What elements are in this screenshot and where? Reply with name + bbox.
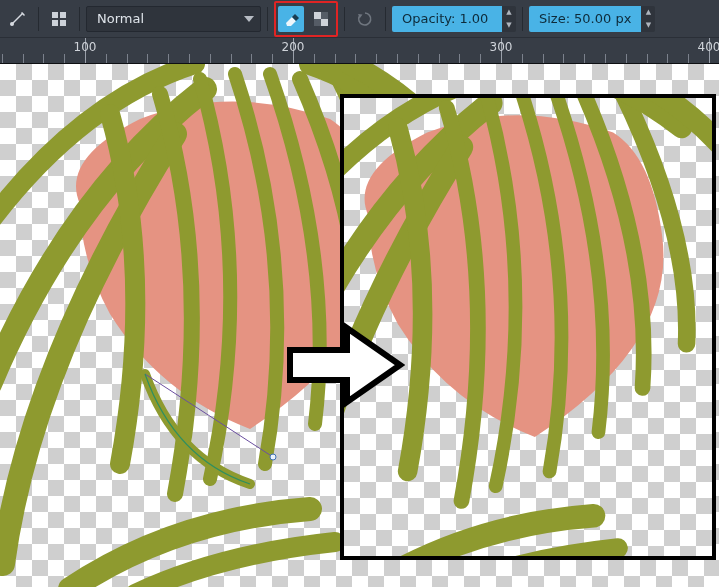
ruler-tick-minor [647, 54, 648, 64]
ruler-tick-minor [168, 54, 169, 64]
ruler-tick-minor [480, 54, 481, 64]
ruler-tick-minor [147, 54, 148, 64]
ruler-tick-minor [605, 54, 606, 64]
ruler-tick-minor [626, 54, 627, 64]
ruler-tick-minor [210, 54, 211, 64]
grid-icon[interactable] [45, 5, 73, 33]
ruler-tick-minor [272, 54, 273, 64]
ruler-tick-minor [127, 54, 128, 64]
opacity-value: 1.00 [459, 11, 488, 26]
ruler-tick-label: 200 [282, 40, 305, 54]
ruler-tick-minor [688, 54, 689, 64]
ruler-tick-label: 400 [698, 40, 719, 54]
ruler-tick-minor [2, 54, 3, 64]
svg-rect-7 [321, 12, 328, 19]
ruler-tick-minor [189, 54, 190, 64]
ruler-tick-minor [439, 54, 440, 64]
ruler-tick-label: 100 [74, 40, 97, 54]
chevron-up-icon[interactable]: ▲ [641, 6, 655, 19]
separator [385, 7, 386, 31]
eraser-highlight [274, 1, 338, 37]
svg-rect-8 [314, 19, 321, 26]
ruler-tick-minor [397, 54, 398, 64]
ruler-tick-minor [418, 54, 419, 64]
blend-mode-value: Normal [97, 11, 144, 26]
separator [344, 7, 345, 31]
separator [38, 7, 39, 31]
svg-rect-3 [52, 20, 58, 26]
svg-rect-1 [52, 12, 58, 18]
ruler-tick-minor [231, 54, 232, 64]
ruler-tick-minor [459, 54, 460, 64]
separator [522, 7, 523, 31]
ruler-tick-minor [314, 54, 315, 64]
opacity-field[interactable]: Opacity: 1.00 ▲ ▼ [392, 6, 516, 32]
eraser-mode-button[interactable] [278, 6, 304, 32]
opacity-label: Opacity: [402, 11, 455, 26]
ruler-tick-minor [335, 54, 336, 64]
svg-rect-4 [60, 20, 66, 26]
arrow-icon [285, 322, 405, 408]
size-stepper[interactable]: ▲ ▼ [641, 6, 655, 32]
chevron-down-icon[interactable]: ▼ [502, 19, 516, 32]
ruler-tick-minor [667, 54, 668, 64]
svg-rect-5 [314, 12, 321, 19]
ruler-tick-minor [64, 54, 65, 64]
ruler-tick-minor [543, 54, 544, 64]
separator [79, 7, 80, 31]
ruler-tick-minor [376, 54, 377, 64]
ruler-tick-minor [43, 54, 44, 64]
ruler-tick-minor [106, 54, 107, 64]
alpha-lock-icon[interactable] [308, 6, 334, 32]
chevron-up-icon[interactable]: ▲ [502, 6, 516, 19]
reload-icon[interactable] [351, 5, 379, 33]
canvas-area[interactable] [0, 64, 719, 587]
size-field[interactable]: Size: 50.00 px ▲ ▼ [529, 6, 655, 32]
horizontal-ruler: 100200300400 [0, 38, 719, 64]
ruler-tick-minor [251, 54, 252, 64]
svg-rect-2 [60, 12, 66, 18]
svg-rect-6 [321, 19, 328, 26]
opacity-stepper[interactable]: ▲ ▼ [502, 6, 516, 32]
chevron-down-icon[interactable]: ▼ [641, 19, 655, 32]
ruler-tick-minor [563, 54, 564, 64]
svg-point-0 [10, 22, 14, 26]
ruler-tick-label: 300 [490, 40, 513, 54]
size-label: Size: [539, 11, 570, 26]
separator [267, 7, 268, 31]
path-tool-icon[interactable] [4, 5, 32, 33]
bezier-node[interactable] [270, 454, 277, 461]
ruler-tick-minor [23, 54, 24, 64]
ruler-tick-minor [584, 54, 585, 64]
blend-mode-select[interactable]: Normal [86, 6, 261, 32]
chevron-down-icon [244, 16, 254, 22]
ruler-tick-minor [522, 54, 523, 64]
size-value: 50.00 px [574, 11, 631, 26]
toolbar: Normal Opa [0, 0, 719, 38]
ruler-tick-minor [355, 54, 356, 64]
